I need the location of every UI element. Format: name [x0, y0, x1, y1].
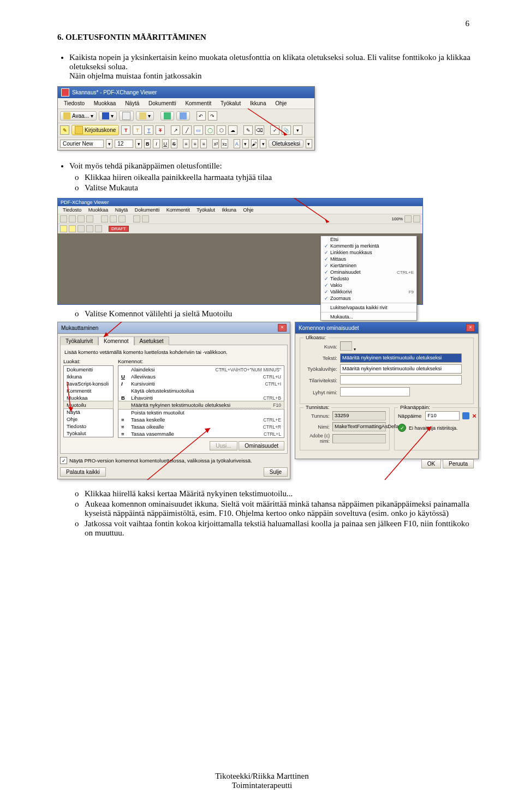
toolbar-icon[interactable]	[60, 215, 67, 222]
mail-button[interactable]: ▾	[136, 111, 154, 121]
list-item[interactable]: Määritä nykyinen tekstimuotoilu oletukse…	[118, 401, 284, 410]
more-icon[interactable]: ▾	[293, 125, 302, 135]
tilarivi-field[interactable]	[340, 375, 462, 384]
toolbar-icon[interactable]	[142, 215, 149, 222]
eraser-tool-icon[interactable]: ⌫	[255, 125, 264, 135]
tyokaluvihje-field[interactable]: Määritä nykyinen tekstimuotoilu oletukse…	[340, 364, 462, 374]
toolbar-icon[interactable]	[69, 225, 76, 232]
align-center-icon[interactable]: ≡	[192, 139, 198, 148]
underline-tool-icon[interactable]: T	[144, 125, 153, 135]
menu-item[interactable]: Näytä	[121, 99, 143, 107]
toolbar-icon[interactable]	[86, 225, 93, 232]
context-item[interactable]: ✓Linkkien muokkaus	[321, 249, 416, 256]
context-item[interactable]: ✓Mittaus	[321, 256, 416, 262]
sup-icon[interactable]: x²	[212, 139, 219, 148]
font-color-icon[interactable]: A	[234, 139, 240, 148]
palauta-button[interactable]: Palauta kaikki	[60, 467, 106, 477]
list-item[interactable]: ≡Tasaa keskelleCTRL+E	[118, 416, 284, 423]
context-item[interactable]: ✓Kommentti ja merkintä	[321, 243, 416, 249]
list-item[interactable]: Käytä oletustekstimuotoilua	[118, 387, 284, 394]
menu-item[interactable]: Tiedosto	[60, 99, 88, 107]
menu-item[interactable]: Dokumentti	[132, 207, 163, 213]
list-item[interactable]: Tiedosto	[64, 423, 113, 430]
uusi-button[interactable]: Uusi...	[210, 441, 237, 450]
context-item[interactable]: ✓Zoomaus	[321, 295, 416, 302]
toolbar-icon[interactable]	[86, 215, 93, 222]
undo-icon[interactable]: ↶	[196, 111, 206, 121]
align-left-icon[interactable]: ≡	[183, 139, 189, 148]
italic-icon[interactable]: I	[153, 139, 159, 148]
list-item[interactable]: Ohje	[64, 416, 113, 423]
list-item[interactable]: Ikkuna	[64, 373, 113, 380]
context-item[interactable]: ✓Vakio	[321, 282, 416, 288]
bold-icon[interactable]: B	[144, 139, 151, 148]
save-button[interactable]: ▾	[99, 111, 117, 121]
menu-item[interactable]: Kommentit	[164, 207, 193, 213]
ominaisuudet-button[interactable]: Ominaisuudet	[239, 441, 284, 450]
underline-icon[interactable]: U	[162, 139, 169, 148]
list-item[interactable]: Muotoilu	[63, 401, 114, 409]
menu-item[interactable]: Ohje	[240, 207, 256, 213]
fill-color-icon[interactable]: 🖌	[251, 139, 258, 148]
list-item[interactable]: BLihavointiCTRL+B	[118, 394, 284, 401]
toolbar-icon[interactable]	[95, 225, 102, 232]
oval-tool-icon[interactable]: ◯	[205, 125, 215, 135]
sub-icon[interactable]: x₂	[221, 139, 228, 148]
context-item[interactable]: Etsi	[321, 236, 416, 243]
align-right-icon[interactable]: ≡	[200, 139, 207, 148]
menu-item[interactable]: Kommentit	[181, 99, 215, 107]
menu-item[interactable]: Tiedosto	[60, 207, 84, 213]
chevron-down-icon[interactable]: ▾	[135, 139, 142, 148]
list-item[interactable]: ≡Tasaa oikealleCTRL+R	[118, 423, 284, 430]
toolbar-icon[interactable]	[413, 215, 420, 222]
toolbar-icon[interactable]	[60, 225, 67, 232]
context-item[interactable]: ✓Tiedosto	[321, 275, 416, 282]
peruuta-button[interactable]: Peruuta	[443, 459, 474, 468]
toolbar-icon[interactable]	[78, 215, 85, 222]
list-item[interactable]: Dokumentti	[64, 366, 113, 373]
chevron-down-icon[interactable]: ▾	[242, 139, 249, 148]
list-item[interactable]: UAlleviivausCTRL+U	[118, 373, 284, 380]
toolbar-icon[interactable]	[110, 215, 117, 222]
komennot-listbox[interactable]: AlaindeksiCTRL+VAIHTO+"NUM MIINUS"UAllev…	[118, 365, 284, 438]
menu-item[interactable]: Ikkuna	[219, 207, 239, 213]
list-item[interactable]: Näytä	[64, 408, 113, 416]
luokat-listbox[interactable]: DokumenttiIkkunaJavaScript-konsoliKommen…	[63, 365, 114, 437]
chevron-down-icon[interactable]: ▾	[106, 139, 112, 148]
menu-item[interactable]: Työkalut	[194, 207, 218, 213]
strike-tool-icon[interactable]: T	[156, 125, 165, 135]
poly-tool-icon[interactable]: ⬡	[217, 125, 226, 135]
toolbar-icon[interactable]	[118, 215, 126, 222]
refresh-icon[interactable]	[462, 412, 469, 419]
list-item[interactable]: Poista tekstin muotoilut	[118, 409, 284, 416]
close-icon[interactable]: ×	[466, 324, 475, 332]
context-item-lock[interactable]: Lukitse/vapauta kaikki rivit	[321, 304, 416, 311]
context-item[interactable]: ✓OminaisuudetCTRL+E	[321, 269, 416, 275]
draft-stamp[interactable]: DRAFT	[109, 226, 129, 232]
line-tool-icon[interactable]: ╱	[182, 125, 192, 135]
list-item[interactable]: JavaScript-konsoli	[64, 380, 113, 387]
rect-tool-icon[interactable]: ▭	[194, 125, 203, 135]
redo-icon[interactable]: ↷	[208, 111, 217, 121]
menu-item[interactable]: Ohje	[271, 99, 290, 107]
arrow-tool-icon[interactable]: ↗	[171, 125, 180, 135]
checkbox[interactable]: ✓	[60, 457, 67, 464]
kuva-field[interactable]	[340, 341, 352, 351]
context-item[interactable]: ✓ValikkoriviF9	[321, 288, 416, 295]
text-tool-icon[interactable]: T	[121, 125, 130, 135]
list-item[interactable]: Kommentit	[64, 387, 113, 394]
ok-button[interactable]: OK	[421, 459, 441, 468]
toolbar-icon[interactable]	[133, 215, 140, 222]
menu-item[interactable]: Ikkuna	[246, 99, 270, 107]
menu-item[interactable]: Muokkaa	[86, 207, 111, 213]
font-size-input[interactable]: 12	[115, 140, 133, 148]
toolbar-icon[interactable]	[69, 215, 76, 222]
highlight-icon[interactable]: ✎	[60, 125, 69, 135]
open-button[interactable]: Avaa... ▾	[60, 111, 97, 121]
context-item-mukauta[interactable]: Mukauta...	[321, 314, 416, 320]
tab-komennot[interactable]: Komennot	[98, 336, 134, 345]
chevron-down-icon[interactable]: ▾	[306, 139, 312, 148]
toolbar-icon[interactable]	[78, 225, 85, 232]
teksti-field[interactable]: Määritä nykyinen tekstimuotoilu oletukse…	[340, 353, 462, 363]
hotkey-field[interactable]: F10	[425, 411, 460, 420]
